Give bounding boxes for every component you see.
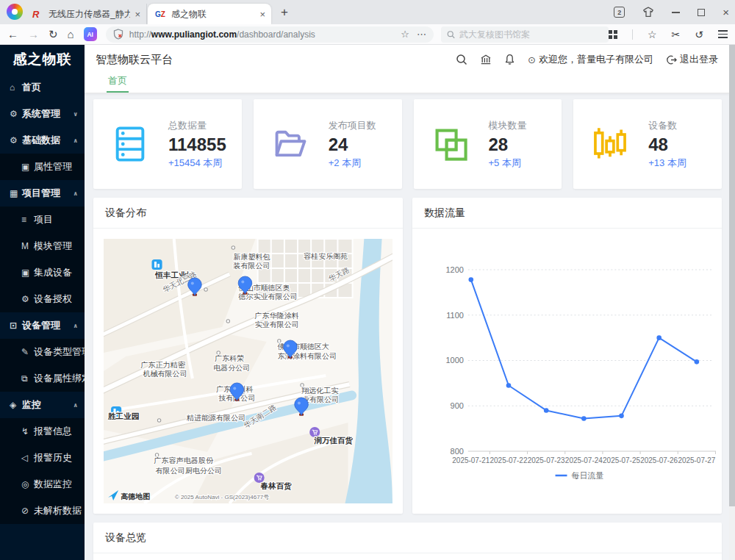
app-header: 智慧物联云平台 ⊙ 欢迎您，普量电子有限公司 退出登录 bbox=[85, 45, 729, 74]
stat-card-device-count: 设备数 48 +13 本周 bbox=[573, 99, 722, 189]
list-icon: ≡ bbox=[21, 215, 34, 225]
site-safety-icon[interactable] bbox=[113, 29, 123, 40]
sidebar-submenu-item[interactable]: ▣属性管理 bbox=[0, 154, 85, 180]
map-label: 润万佳百货 bbox=[314, 436, 353, 445]
browser-logo[interactable] bbox=[7, 4, 23, 20]
flow-line-series bbox=[471, 280, 697, 419]
sidebar-menu-item[interactable]: ⊡设备管理∧ bbox=[0, 312, 85, 339]
bookmark-star-icon[interactable]: ☆ bbox=[401, 29, 409, 40]
stat-card-published-projects: 发布项目数 24 +2 本周 bbox=[254, 99, 402, 189]
browser-tab-active[interactable]: GZ 感之物联 × bbox=[148, 4, 271, 24]
data-point bbox=[695, 359, 700, 365]
browser-tab[interactable]: R 无线压力传感器_静力水准仪_ × bbox=[25, 4, 147, 24]
sidebar-menu-item[interactable]: ▦项目管理∧ bbox=[0, 180, 85, 207]
home-button[interactable]: ⌂ bbox=[68, 29, 74, 40]
data-flow-chart-area: 8009001000110012002025-07-212025-07-2220… bbox=[412, 229, 722, 514]
gear-icon: ⚙ bbox=[21, 294, 34, 304]
sidebar-submenu-item[interactable]: ◁报警历史 bbox=[0, 445, 85, 471]
data-point bbox=[656, 335, 662, 340]
device-map[interactable]: 新康塑料包装有限公司容桂安乐阁苑恒丰工业城华天北三路佛山市顺德区奥德尔实业有限公… bbox=[104, 239, 392, 503]
tab-close-icon[interactable]: × bbox=[135, 9, 140, 20]
x-axis-tick-label: 2025-07-21 bbox=[452, 456, 490, 464]
sidebar-item-label: 数据监控 bbox=[34, 478, 72, 491]
map-poi-dot bbox=[232, 246, 234, 249]
tab-title: 无线压力传感器_静力水准仪_ bbox=[49, 8, 130, 21]
header-search-icon[interactable] bbox=[456, 54, 467, 65]
stat-value: 114855 bbox=[168, 134, 226, 155]
search-icon bbox=[447, 30, 455, 39]
tab-close-icon[interactable]: × bbox=[259, 9, 265, 20]
close-button[interactable]: × bbox=[723, 7, 729, 18]
reload-button[interactable]: ↻ bbox=[49, 29, 58, 40]
sidebar-submenu-item[interactable]: ⊘未解析数据 bbox=[0, 498, 85, 524]
data-point bbox=[581, 416, 587, 421]
forward-button[interactable]: → bbox=[28, 29, 39, 40]
sidebar-item-label: 模块管理 bbox=[34, 240, 72, 253]
map-label: 容桂安乐阁苑 bbox=[304, 252, 348, 260]
page-tab-bar: 首页 bbox=[85, 74, 729, 93]
chevron-up-icon: ∧ bbox=[74, 402, 79, 409]
chart-legend[interactable]: 每日流量 bbox=[556, 471, 604, 480]
stat-delta: +5 本周 bbox=[489, 157, 527, 170]
data-point bbox=[544, 408, 549, 413]
menu-button[interactable] bbox=[718, 30, 728, 37]
theme-shirt-icon[interactable] bbox=[642, 7, 654, 18]
page-scrollbar[interactable] bbox=[729, 45, 735, 560]
alarm-history-icon: ◁ bbox=[21, 453, 34, 463]
sidebar-submenu-item[interactable]: ⧉设备属性绑定 bbox=[0, 365, 85, 392]
notifications-bell-icon[interactable] bbox=[504, 54, 515, 65]
panel-title: 数据流量 bbox=[412, 198, 722, 229]
organization-icon[interactable] bbox=[480, 54, 492, 65]
grid-icon: ▦ bbox=[10, 188, 22, 198]
sidebar-submenu-item[interactable]: ▣集成设备 bbox=[0, 259, 85, 286]
address-bar[interactable]: http://www.puliangiot.com/dashboard/anal… bbox=[106, 26, 434, 43]
sidebar-menu-item[interactable]: ◈监控∧ bbox=[0, 392, 85, 418]
sidebar-item-label: 项目 bbox=[34, 213, 53, 226]
undo-button[interactable]: ↺ bbox=[695, 29, 703, 40]
back-button[interactable]: ← bbox=[7, 29, 18, 40]
sidebar-submenu-item[interactable]: ⚙设备授权 bbox=[0, 286, 85, 312]
minimize-button[interactable] bbox=[672, 12, 680, 13]
app-logo: 感之物联 bbox=[0, 45, 85, 74]
sidebar-submenu-item[interactable]: ◎数据监控 bbox=[0, 471, 85, 498]
welcome-user[interactable]: ⊙ 欢迎您，普量电子有限公司 bbox=[528, 53, 653, 66]
modules-icon bbox=[431, 125, 470, 163]
sidebar: 感之物联 ⌂首页⚙系统管理∨⚙基础数据∧▣属性管理▦项目管理∧≡项目M模块管理▣… bbox=[0, 45, 85, 560]
attribute-icon: ▣ bbox=[21, 162, 34, 172]
apps-grid-button[interactable] bbox=[609, 30, 617, 39]
browser-tab-strip: R 无线压力传感器_静力水准仪_ × GZ 感之物联 × + 2 × bbox=[0, 0, 735, 24]
ai-assistant-button[interactable]: AI bbox=[84, 27, 97, 41]
integrated-device-icon: ▣ bbox=[21, 268, 34, 278]
welcome-text: 欢迎您，普量电子有限公司 bbox=[539, 53, 653, 66]
page-tab-home[interactable]: 首页 bbox=[107, 74, 129, 93]
sidebar-submenu-item[interactable]: ≡项目 bbox=[0, 207, 85, 233]
more-actions-icon[interactable]: ⋯ bbox=[417, 29, 426, 40]
screenshot-button[interactable]: ✂ bbox=[672, 29, 681, 40]
x-axis-tick-label: 2025-07-24 bbox=[565, 456, 603, 464]
sidebar-item-label: 首页 bbox=[22, 81, 41, 94]
tab-count-badge[interactable]: 2 bbox=[614, 7, 625, 18]
stat-delta: +2 本周 bbox=[329, 157, 376, 170]
stat-delta: +15454 本周 bbox=[168, 157, 226, 170]
scrollbar-thumb[interactable] bbox=[729, 45, 735, 506]
url-text[interactable]: http://www.puliangiot.com/dashboard/anal… bbox=[129, 29, 393, 40]
sidebar-menu-item[interactable]: ⌂首页 bbox=[0, 74, 85, 101]
sidebar-submenu-item[interactable]: M模块管理 bbox=[0, 233, 85, 259]
stat-label: 设备数 bbox=[648, 119, 686, 132]
sidebar-menu-item[interactable]: ⚙基础数据∧ bbox=[0, 127, 85, 154]
quick-search-box[interactable] bbox=[441, 26, 609, 43]
data-point bbox=[469, 277, 474, 282]
favorites-button[interactable]: ☆ bbox=[648, 29, 657, 40]
search-input[interactable] bbox=[459, 29, 603, 40]
sidebar-submenu-item[interactable]: ↯报警信息 bbox=[0, 418, 85, 445]
logout-button[interactable]: 退出登录 bbox=[666, 53, 718, 66]
new-tab-button[interactable]: + bbox=[281, 5, 288, 20]
sidebar-submenu-item[interactable]: ✎设备类型管理 bbox=[0, 339, 85, 365]
home-icon: ⌂ bbox=[10, 82, 22, 93]
map-label: 新康塑料包 bbox=[233, 253, 270, 261]
alarm-icon: ↯ bbox=[21, 426, 34, 437]
maximize-button[interactable] bbox=[698, 9, 705, 16]
map-poi-dot bbox=[226, 320, 229, 323]
chevron-up-icon: ∧ bbox=[74, 137, 79, 144]
sidebar-menu-item[interactable]: ⚙系统管理∨ bbox=[0, 101, 85, 127]
